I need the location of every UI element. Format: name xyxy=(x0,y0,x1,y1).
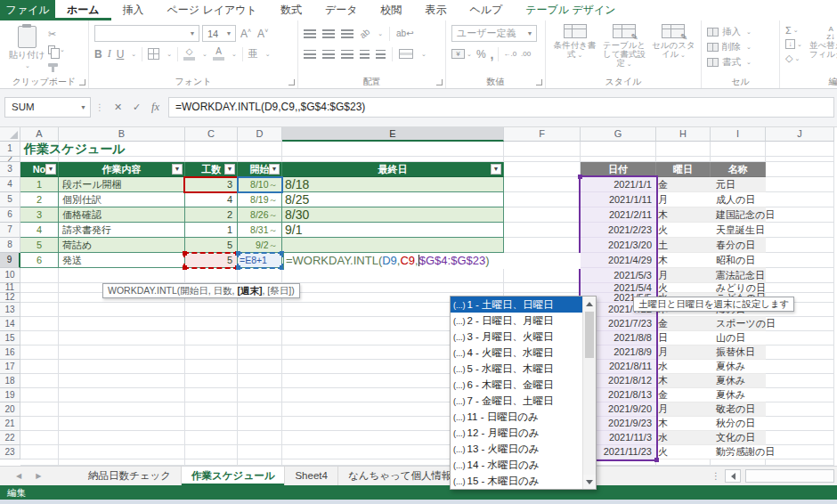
row-header-8[interactable]: 8 xyxy=(0,238,20,253)
cell-D1[interactable] xyxy=(238,142,282,157)
enter-button[interactable]: ✓ xyxy=(127,98,146,117)
cell-H3[interactable]: 曜日 xyxy=(656,162,711,177)
cell-B8[interactable]: 荷詰め xyxy=(59,238,185,253)
cell-J17[interactable] xyxy=(766,360,834,374)
cell-B17[interactable] xyxy=(59,360,185,374)
column-header-F[interactable]: F xyxy=(504,127,581,142)
dropdown-item-6[interactable]: (...)7 - 金曜日、土曜日 xyxy=(451,393,582,409)
cell-J22[interactable] xyxy=(766,431,834,445)
cell-A17[interactable] xyxy=(20,360,59,374)
cell-E8[interactable] xyxy=(282,238,504,253)
ribbon-tab-file[interactable]: ファイル xyxy=(0,0,55,20)
cell-C8[interactable]: 5 xyxy=(185,238,238,253)
insert-cells-button[interactable]: 挿入⌄ xyxy=(707,24,776,39)
cell-A13[interactable] xyxy=(20,303,59,317)
column-header-J[interactable]: J xyxy=(766,127,834,142)
format-cells-button[interactable]: 書式⌄ xyxy=(707,54,776,69)
ribbon-tab-home[interactable]: ホーム xyxy=(55,0,111,20)
comma-style-button[interactable]: , xyxy=(491,47,494,61)
cut-button[interactable]: ✂ xyxy=(48,28,65,40)
cell-B22[interactable] xyxy=(59,431,185,445)
cell-B21[interactable] xyxy=(59,417,185,431)
cell-H1[interactable] xyxy=(656,142,711,157)
filter-button[interactable]: ▼ xyxy=(224,164,235,175)
cell-G5[interactable]: 2021/1/11 xyxy=(581,192,656,207)
font-name-combo[interactable]: ▼ xyxy=(94,25,199,42)
cell-C4[interactable]: 3 xyxy=(185,177,238,192)
formula-input[interactable]: =WORKDAY.INTL(D9,C9,,$G$4:$G$23) xyxy=(168,97,834,118)
row-header-9[interactable]: 9 xyxy=(0,253,20,268)
cell-B13[interactable] xyxy=(59,303,185,317)
ribbon-tab-view[interactable]: 表示 xyxy=(413,0,458,20)
cell-B24[interactable] xyxy=(59,459,185,466)
cell-B18[interactable] xyxy=(59,374,185,388)
cell-G4[interactable]: 2021/1/1 xyxy=(581,177,656,192)
cell-H5[interactable]: 月 xyxy=(656,192,711,207)
wrap-text-button[interactable]: ab↩ xyxy=(396,28,414,38)
cell-H14[interactable]: 金 xyxy=(656,317,711,331)
cell-H15[interactable]: 日 xyxy=(656,331,711,345)
cell-A20[interactable] xyxy=(20,402,59,417)
align-right-icon[interactable] xyxy=(341,50,353,59)
cell-I8[interactable]: 春分の日 xyxy=(711,238,766,253)
cell-H8[interactable]: 土 xyxy=(656,238,711,253)
cell-J6[interactable] xyxy=(766,207,834,223)
cell-I9[interactable]: 昭和の日 xyxy=(711,253,766,268)
cell-D18[interactable] xyxy=(238,374,282,388)
column-header-C[interactable]: C xyxy=(185,127,238,142)
row-header-15[interactable]: 15 xyxy=(0,331,20,345)
cell-G8[interactable]: 2021/3/20 xyxy=(581,238,656,253)
italic-button[interactable]: I xyxy=(108,47,111,61)
dropdown-item-10[interactable]: (...)14 - 水曜日のみ xyxy=(451,457,582,473)
filter-button[interactable]: ▼ xyxy=(269,164,280,175)
cell-H6[interactable]: 木 xyxy=(656,207,711,223)
cell-E4[interactable]: 8/18 xyxy=(282,177,504,192)
cell-C6[interactable]: 2 xyxy=(185,207,238,223)
percent-style-button[interactable]: % xyxy=(476,48,486,61)
insert-function-button[interactable]: fx xyxy=(146,98,165,117)
cell-J1[interactable] xyxy=(766,142,834,157)
dialog-launcher-icon[interactable] xyxy=(536,79,542,85)
format-painter-button[interactable] xyxy=(48,59,65,70)
cell-C14[interactable] xyxy=(185,317,238,331)
cell-J20[interactable] xyxy=(766,402,834,417)
row-header-1[interactable]: 1 xyxy=(0,142,20,157)
cell-I10[interactable]: 憲法記念日 xyxy=(711,268,766,283)
cell-J18[interactable] xyxy=(766,374,834,388)
cell-A18[interactable] xyxy=(20,374,59,388)
cell-F10[interactable] xyxy=(504,268,581,283)
cell-E5[interactable]: 8/25 xyxy=(282,192,504,207)
dropdown-item-0[interactable]: (...)1 - 土曜日、日曜日 xyxy=(451,297,582,313)
cell-E11[interactable] xyxy=(282,283,504,293)
filter-button[interactable]: ▼ xyxy=(491,164,501,175)
cell-D3[interactable]: 開始▼ xyxy=(238,162,282,177)
ribbon-tab-insert[interactable]: 挿入 xyxy=(111,0,156,20)
cell-H22[interactable]: 水 xyxy=(656,431,711,445)
cell-B4[interactable]: 段ボール開梱 xyxy=(59,177,185,192)
cell-I7[interactable]: 天皇誕生日 xyxy=(711,223,766,238)
align-top-icon[interactable] xyxy=(304,29,316,38)
cell-G6[interactable]: 2021/2/11 xyxy=(581,207,656,223)
dropdown-item-3[interactable]: (...)4 - 火曜日、水曜日 xyxy=(451,345,582,361)
scrollbar-thumb[interactable] xyxy=(585,312,594,358)
decrease-decimal-button[interactable]: .00 xyxy=(521,50,531,58)
cell-A22[interactable] xyxy=(20,431,59,445)
align-center-icon[interactable] xyxy=(322,50,335,59)
decrease-indent-icon[interactable] xyxy=(360,50,370,59)
dropdown-item-8[interactable]: (...)12 - 月曜日のみ xyxy=(451,425,582,441)
dialog-launcher-icon[interactable] xyxy=(79,79,85,85)
cell-J24[interactable] xyxy=(766,459,834,466)
ribbon-tab-review[interactable]: 校閲 xyxy=(369,0,413,20)
cell-I15[interactable]: 山の日 xyxy=(711,331,766,345)
cell-H10[interactable]: 月 xyxy=(656,268,711,283)
fill-button[interactable]: ↓⌄ xyxy=(785,38,802,50)
cell-C23[interactable] xyxy=(185,445,238,459)
column-header-A[interactable]: A xyxy=(20,127,59,142)
cell-J5[interactable] xyxy=(766,192,834,207)
dropdown-item-2[interactable]: (...)3 - 月曜日、火曜日 xyxy=(451,329,582,345)
cell-A8[interactable]: 5 xyxy=(20,238,59,253)
cell-I5[interactable]: 成人の日 xyxy=(711,192,766,207)
cell-B16[interactable] xyxy=(59,345,185,360)
ribbon-tab-page-layout[interactable]: ページ レイアウト xyxy=(156,0,269,20)
cell-I3[interactable]: 名称 xyxy=(711,162,766,177)
